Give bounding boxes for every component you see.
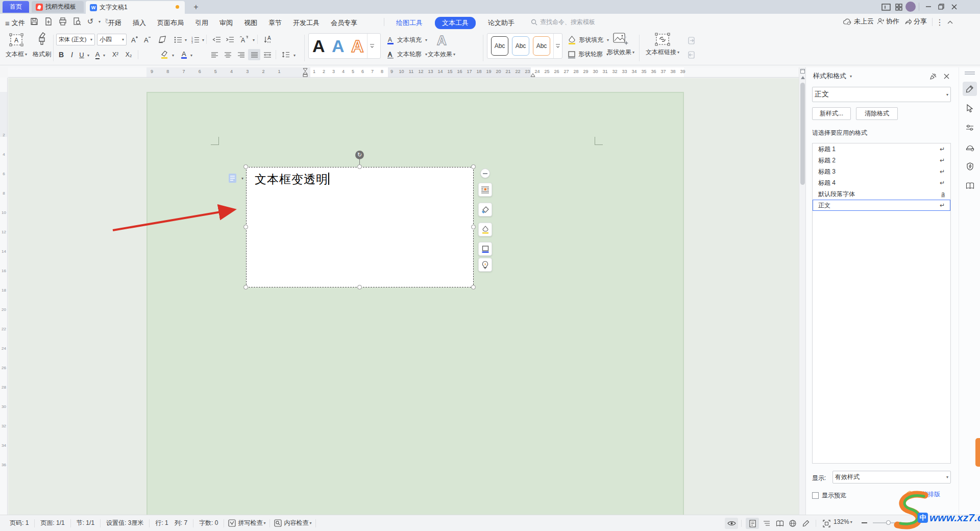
avatar[interactable] [905, 2, 916, 12]
maximize-button[interactable] [936, 2, 946, 11]
right-indent-marker[interactable] [530, 73, 536, 77]
strip-select-button[interactable] [963, 101, 977, 115]
show-preview-toggle[interactable]: 显示预览 [812, 491, 846, 500]
outline-color-button[interactable] [478, 242, 492, 256]
style-list-item[interactable]: 标题 4 ↵ [813, 177, 950, 188]
menu-item[interactable]: 视图 [244, 16, 257, 30]
resize-handle-se[interactable] [471, 285, 476, 289]
menu-text-tools[interactable]: 文本工具 [435, 17, 476, 29]
strip-read-button[interactable] [963, 179, 977, 193]
next-textbox-icon[interactable] [685, 35, 697, 46]
collaborate-button[interactable]: 协作 [877, 17, 899, 26]
menu-item[interactable]: 审阅 [219, 16, 233, 30]
style-selector-combo[interactable]: 正文▾ [812, 87, 951, 102]
subscript-button[interactable]: X₂ [122, 49, 135, 60]
scrollbar-thumb[interactable] [800, 83, 805, 185]
status-segment[interactable]: 字数: 0 [193, 519, 224, 527]
text-fill-button[interactable]: A 文本填充▾ [387, 36, 427, 44]
wordart-blue-a[interactable]: A [328, 35, 348, 57]
decrease-indent-icon[interactable] [210, 34, 223, 45]
document-scrollbar[interactable] [799, 67, 805, 515]
file-menu[interactable]: ≡ 文件 [5, 16, 29, 30]
collapse-float-toolbar-button[interactable] [480, 168, 490, 178]
document-page[interactable] [146, 92, 684, 515]
resize-handle-w[interactable] [243, 225, 248, 229]
ruler-toggle-icon[interactable] [800, 68, 805, 74]
highlight-caret-icon[interactable]: ▾ [172, 53, 174, 58]
print-preview-icon[interactable] [71, 16, 83, 27]
textbox[interactable]: 文本框变透明 [246, 167, 474, 287]
close-panel-icon[interactable] [942, 71, 951, 81]
smart-typeset-link[interactable]: 智能排版 [906, 490, 940, 499]
style-brush-button[interactable] [478, 203, 492, 216]
side-widget-tab[interactable] [975, 438, 980, 467]
resize-handle-s[interactable] [357, 285, 362, 289]
bullet-list-icon[interactable] [173, 34, 184, 45]
prev-textbox-icon[interactable] [685, 49, 697, 60]
print-icon[interactable] [57, 16, 69, 27]
zoom-out-icon[interactable] [860, 518, 869, 527]
increase-indent-icon[interactable] [224, 34, 236, 45]
underline-button[interactable]: U [77, 49, 86, 60]
new-style-button[interactable]: 新样式... [812, 107, 851, 120]
align-right-icon[interactable] [235, 49, 247, 60]
read-view-button[interactable] [773, 518, 787, 529]
font-size-combo[interactable]: 小四▾ [97, 34, 127, 45]
save-icon[interactable] [28, 16, 40, 27]
panel-header[interactable]: 样式和格式▾ [813, 71, 852, 81]
char-border-button[interactable]: A [93, 49, 102, 60]
page-view-button[interactable] [746, 518, 759, 529]
bullet-caret-icon[interactable]: ▾ [185, 38, 187, 42]
collapse-ribbon-icon[interactable] [945, 18, 954, 26]
content-check-button[interactable]: 内容检查▾ [270, 519, 316, 527]
tab-document[interactable]: W 文字文稿1 [86, 1, 185, 14]
char-border-caret-icon[interactable]: ▾ [103, 53, 105, 58]
vertical-ruler[interactable]: 24681012141618202224262830323436 [0, 78, 8, 515]
show-preview-checkbox[interactable] [812, 492, 819, 499]
superscript-button[interactable]: X² [109, 49, 121, 60]
close-button[interactable] [949, 2, 959, 11]
scroll-up-icon[interactable] [800, 75, 805, 80]
change-case-icon[interactable]: A [238, 34, 251, 45]
status-segment[interactable]: 页面: 1/1 [35, 519, 70, 527]
wordart-black-a[interactable]: A [309, 35, 328, 57]
menu-item[interactable]: 会员专享 [331, 16, 357, 30]
clear-format-icon[interactable] [156, 34, 168, 45]
paste-options-button[interactable]: ▾ [227, 172, 243, 184]
align-center-icon[interactable] [222, 49, 234, 60]
strip-drag-handle[interactable] [965, 71, 975, 73]
wordart-more-icon[interactable] [367, 34, 376, 58]
insert-textbox-button[interactable]: A 文本框▾ [4, 32, 29, 62]
cloud-status[interactable]: 未上云 [843, 17, 874, 26]
underline-caret-icon[interactable]: ▾ [87, 53, 89, 58]
number-caret-icon[interactable]: ▾ [202, 38, 204, 42]
line-spacing-icon[interactable] [280, 49, 292, 60]
spell-check-button[interactable]: 拼写检查▾ [224, 519, 270, 527]
status-segment[interactable]: 页码: 1 [4, 519, 35, 527]
number-list-icon[interactable]: 123 [190, 34, 201, 45]
strip-format-pen-button[interactable] [963, 82, 977, 96]
rotation-handle[interactable]: ↻ [355, 151, 364, 159]
menu-item[interactable]: 插入 [133, 16, 146, 30]
line-spacing-caret-icon[interactable]: ▾ [293, 53, 296, 58]
strip-adjust-button[interactable] [963, 120, 977, 135]
tab-home[interactable]: 首页 [3, 1, 29, 13]
resize-handle-n[interactable] [357, 164, 362, 169]
indent-marker[interactable] [302, 68, 308, 77]
resize-handle-ne[interactable] [471, 164, 476, 169]
resize-handle-nw[interactable] [243, 164, 248, 169]
style-list-item[interactable]: 标题 1 ↵ [813, 143, 950, 155]
undo-caret-icon[interactable]: ▾ [99, 19, 101, 24]
shape-effect-button[interactable]: 形状效果▾ [605, 32, 636, 62]
text-outline-button[interactable]: A 文本轮廓▾ [387, 50, 427, 59]
bold-button[interactable]: B [56, 49, 66, 60]
strip-effects-button[interactable] [963, 159, 977, 174]
menu-item[interactable]: 引用 [195, 16, 208, 30]
font-color-button[interactable]: A [179, 49, 189, 60]
new-tab-button[interactable]: + [191, 2, 201, 12]
minimize-button[interactable] [923, 2, 934, 11]
resize-handle-sw[interactable] [243, 285, 248, 289]
fit-page-button[interactable] [820, 518, 833, 529]
more-menu-icon[interactable]: ⋮ [936, 17, 943, 27]
text-direction-icon[interactable]: A [261, 34, 274, 45]
